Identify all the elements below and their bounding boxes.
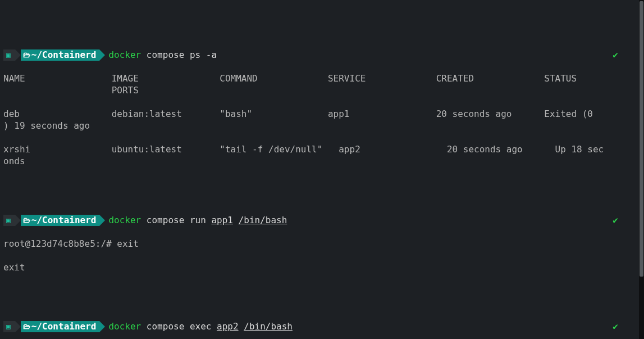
os-badge: ▣: [3, 215, 15, 226]
os-icon: ▣: [6, 214, 11, 226]
command-2: docker compose run app1 /bin/bash: [108, 214, 287, 226]
command-1: docker compose ps -a: [108, 49, 217, 61]
scrollbar[interactable]: [639, 0, 644, 339]
path-badge: 🗁 ~/Containerd: [21, 215, 100, 226]
folder-icon: 🗁: [23, 49, 30, 61]
run-output-1: root@123d74c8b8e5:/# exit: [3, 238, 641, 250]
cwd-path: ~/Containerd: [31, 214, 97, 226]
os-badge: ▣: [3, 49, 15, 61]
os-icon: ▣: [6, 49, 11, 61]
folder-icon: 🗁: [23, 320, 30, 332]
os-icon: ▣: [6, 320, 11, 332]
prompt-line-1: ▣ 🗁 ~/Containerd docker compose ps -a ✔: [3, 49, 641, 61]
run-output-2: exit: [3, 261, 641, 273]
status-check-icon: ✔: [613, 320, 618, 332]
status-check-icon: ✔: [613, 49, 618, 61]
prompt-line-2: ▣ 🗁 ~/Containerd docker compose run app1…: [3, 214, 641, 226]
prompt-line-3: ▣ 🗁 ~/Containerd docker compose exec app…: [3, 320, 641, 332]
status-check-icon: ✔: [613, 214, 618, 226]
path-badge: 🗁 ~/Containerd: [21, 49, 100, 61]
os-badge: ▣: [3, 321, 15, 332]
terminal-viewport[interactable]: ▣ 🗁 ~/Containerd docker compose ps -a ✔ …: [0, 0, 644, 339]
cwd-path: ~/Containerd: [31, 49, 97, 61]
ps-row-2: xrshi ubuntu:latest "tail -f /dev/null" …: [3, 143, 641, 167]
ps-row-1: deb debian:latest "bash" app1 20 seconds…: [3, 108, 641, 132]
scrollbar-thumb[interactable]: [640, 1, 643, 277]
ps-header-row: NAME IMAGE COMMAND SERVICE CREATED STATU…: [3, 73, 641, 96]
cwd-path: ~/Containerd: [31, 320, 97, 332]
folder-icon: 🗁: [23, 214, 30, 226]
path-badge: 🗁 ~/Containerd: [21, 321, 100, 332]
command-3: docker compose exec app2 /bin/bash: [108, 320, 293, 332]
